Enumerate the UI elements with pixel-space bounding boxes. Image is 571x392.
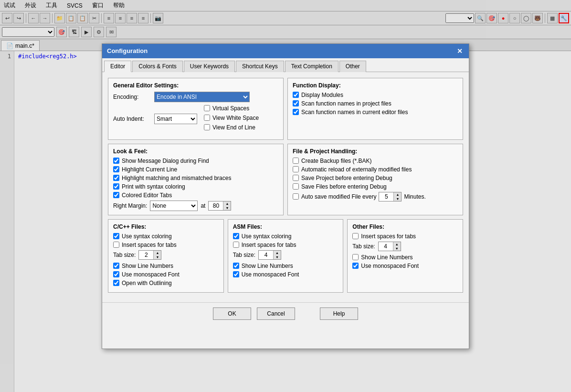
colored-tabs-checkbox[interactable] [113, 192, 119, 198]
tab-other[interactable]: Other [339, 61, 366, 72]
cpp-syntax-label: Use syntax coloring [122, 233, 172, 240]
asm-tab-spinbox-down[interactable]: ▼ [273, 255, 281, 259]
tab-text-completion[interactable]: Text Completion [285, 61, 338, 72]
margin-spinbox-input[interactable] [209, 201, 223, 210]
dialog-titlebar: Configuration ✕ [102, 44, 469, 58]
dialog-footer: OK Cancel Help [102, 302, 469, 325]
view-eol-label: View End of Line [212, 124, 255, 131]
encoding-select[interactable]: Encode in ANSI [154, 92, 250, 102]
look-feel-section: Look & Feel: Show Message Dialog during … [108, 144, 284, 215]
cpp-tab-spinbox-buttons: ▲ ▼ [153, 251, 161, 259]
modal-overlay: Configuration ✕ Editor Colors & Fonts Us… [0, 0, 571, 392]
view-whitespace-row: View White Space [204, 115, 259, 121]
tab-colors-fonts[interactable]: Colors & Fonts [132, 61, 182, 72]
asm-spaces-row: Insert spaces for tabs [233, 242, 338, 248]
save-files-checkbox[interactable] [293, 183, 299, 190]
tab-editor[interactable]: Editor [104, 61, 131, 72]
encoding-label: Encoding: [113, 94, 151, 100]
cpp-outlining-row: Open with Outlining [113, 280, 219, 286]
auto-save-checkbox[interactable] [293, 193, 299, 200]
file-project-section: File & Project Handling: Create Backup f… [287, 144, 463, 215]
cpp-syntax-checkbox[interactable] [113, 233, 119, 239]
other-tab-size-label: Tab size: [352, 243, 375, 250]
virtual-spaces-row: Virtual Spaces [204, 105, 259, 112]
other-tab-spinbox-input[interactable] [379, 242, 393, 251]
other-files-section: Other Files: Insert spaces for tabs Tab … [347, 219, 463, 293]
cpp-monospace-checkbox[interactable] [113, 271, 119, 277]
dialog-close-button[interactable]: ✕ [455, 47, 464, 55]
tab-user-keywords[interactable]: User Keywords [184, 61, 235, 72]
general-settings-label: General Editor Settings: [113, 82, 278, 89]
auto-indent-label: Auto Indent: [113, 116, 151, 122]
asm-files-label: ASM Files: [233, 223, 338, 230]
other-tab-spinbox-down[interactable]: ▼ [393, 246, 401, 251]
margin-spinbox-up[interactable]: ▲ [223, 201, 231, 206]
create-backup-checkbox[interactable] [293, 158, 299, 164]
print-syntax-label: Print with syntax coloring [122, 183, 185, 190]
asm-monospace-label: Use monospaced Font [242, 271, 299, 278]
asm-tab-spinbox-input[interactable] [259, 251, 273, 259]
asm-tab-spinbox-up[interactable]: ▲ [273, 251, 281, 255]
scan-editor-checkbox[interactable] [293, 109, 299, 115]
other-files-label: Other Files: [352, 223, 458, 230]
other-monospace-row: Use monospaced Font [352, 263, 458, 269]
right-margin-select[interactable]: None [150, 201, 198, 211]
cancel-button[interactable]: Cancel [257, 307, 295, 320]
virtual-spaces-checkbox[interactable] [204, 105, 210, 111]
right-margin-label: Right Margin: [113, 202, 147, 209]
asm-spaces-checkbox[interactable] [233, 242, 239, 248]
look-feel-label: Look & Feel: [113, 148, 278, 155]
save-project-checkbox[interactable] [293, 175, 299, 181]
view-eol-row: View End of Line [204, 124, 259, 131]
other-line-numbers-checkbox[interactable] [352, 254, 359, 260]
auto-indent-select[interactable]: Smart [154, 114, 197, 124]
auto-save-label: Auto save modified File every [301, 193, 376, 200]
margin-spinbox-down[interactable]: ▼ [223, 206, 231, 210]
auto-save-spinbox-buttons: ▲ ▼ [393, 192, 401, 201]
other-tab-spinbox: ▲ ▼ [378, 242, 401, 251]
tab-shortcut-keys[interactable]: Shortcut Keys [236, 61, 284, 72]
other-spaces-checkbox[interactable] [352, 233, 359, 239]
show-msg-checkbox[interactable] [113, 158, 119, 164]
auto-save-spinbox-down[interactable]: ▼ [393, 197, 401, 201]
file-project-label: File & Project Handling: [293, 148, 458, 155]
view-whitespace-checkbox[interactable] [204, 115, 210, 121]
help-button[interactable]: Help [320, 307, 358, 320]
asm-syntax-checkbox[interactable] [233, 233, 239, 239]
cpp-spaces-checkbox[interactable] [113, 242, 119, 248]
asm-tab-spinbox: ▲ ▼ [258, 250, 281, 260]
asm-syntax-label: Use syntax coloring [242, 233, 292, 240]
other-tab-spinbox-up[interactable]: ▲ [393, 242, 401, 246]
auto-reload-checkbox[interactable] [293, 166, 299, 172]
cpp-files-label: C/C++ Files: [113, 223, 219, 230]
display-modules-checkbox[interactable] [293, 92, 299, 98]
at-label: at [201, 202, 205, 209]
cpp-line-numbers-checkbox[interactable] [113, 263, 119, 269]
cpp-tab-spinbox-input[interactable] [139, 251, 153, 259]
other-tab-spinbox-buttons: ▲ ▼ [393, 242, 401, 251]
highlight-line-checkbox[interactable] [113, 166, 119, 172]
scan-project-row: Scan function names in project files [293, 100, 458, 107]
asm-line-numbers-checkbox[interactable] [233, 263, 239, 269]
right-margin-row: Right Margin: None at ▲ ▼ [113, 201, 278, 211]
ok-button[interactable]: OK [213, 307, 251, 320]
auto-save-spinbox-up[interactable]: ▲ [393, 192, 401, 197]
view-eol-checkbox[interactable] [204, 124, 210, 130]
create-backup-label: Create Backup files (*.BAK) [301, 158, 371, 164]
function-display-section: Function Display: Display Modules Scan f… [287, 78, 463, 140]
cpp-outlining-checkbox[interactable] [113, 280, 119, 286]
asm-monospace-checkbox[interactable] [233, 271, 239, 277]
asm-tab-size-label: Tab size: [233, 252, 255, 258]
cpp-tab-spinbox-down[interactable]: ▼ [153, 255, 161, 259]
print-syntax-checkbox[interactable] [113, 183, 119, 190]
auto-reload-label: Automatic reload of externally modified … [301, 166, 412, 173]
other-monospace-checkbox[interactable] [352, 263, 359, 269]
auto-save-spinbox-input[interactable] [379, 192, 393, 201]
highlight-braces-checkbox[interactable] [113, 175, 119, 181]
scan-project-checkbox[interactable] [293, 100, 299, 106]
cpp-tab-spinbox-up[interactable]: ▲ [153, 251, 161, 255]
cpp-tab-size-row: Tab size: ▲ ▼ [113, 250, 219, 260]
cpp-tab-size-label: Tab size: [113, 252, 136, 258]
margin-spinbox: ▲ ▼ [208, 201, 231, 211]
cpp-syntax-row: Use syntax coloring [113, 233, 219, 240]
